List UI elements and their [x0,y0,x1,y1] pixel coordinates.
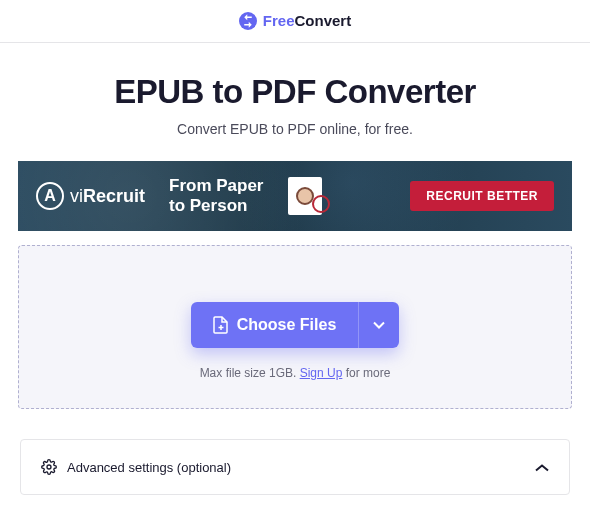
advanced-settings-label: Advanced settings (optional) [67,460,231,475]
ad-banner[interactable]: A viRecruit From Paper to Person RECRUIT… [18,161,572,231]
site-header: FreeConvert [0,0,590,43]
gear-icon [41,459,57,475]
logo-text-free: Free [263,12,295,29]
ad-logo-icon: A [36,182,64,210]
choose-files-dropdown-button[interactable] [358,302,399,348]
file-plus-icon [213,316,229,334]
file-size-hint: Max file size 1GB. Sign Up for more [19,366,571,380]
file-dropzone[interactable]: Choose Files Max file size 1GB. Sign Up … [18,245,572,409]
sign-up-link[interactable]: Sign Up [300,366,343,380]
hint-suffix: for more [342,366,390,380]
page-subtitle: Convert EPUB to PDF online, for free. [18,121,572,137]
choose-files-label: Choose Files [237,316,337,334]
file-button-group: Choose Files [191,302,400,348]
svg-point-0 [47,465,51,469]
main-content: EPUB to PDF Converter Convert EPUB to PD… [0,43,590,495]
advanced-settings-toggle[interactable]: Advanced settings (optional) [20,439,570,495]
ad-photo-icon [288,177,322,215]
ad-slogan-line2: to Person [169,196,263,216]
ad-brand: A viRecruit [36,182,145,210]
advanced-left: Advanced settings (optional) [41,459,231,475]
ad-cta-button[interactable]: RECRUIT BETTER [410,181,554,211]
brand-logo[interactable]: FreeConvert [239,12,351,30]
swap-icon [239,12,257,30]
chevron-up-icon [535,458,549,476]
page-title: EPUB to PDF Converter [18,73,572,111]
ad-slogan: From Paper to Person [169,176,263,217]
ad-slogan-line1: From Paper [169,176,263,196]
logo-text-convert: Convert [295,12,352,29]
ad-brand-recruit: Recruit [83,186,145,206]
chevron-down-icon [373,321,385,329]
ad-logo-text: viRecruit [70,186,145,207]
choose-files-button[interactable]: Choose Files [191,302,359,348]
hint-prefix: Max file size 1GB. [200,366,300,380]
ad-brand-vi: vi [70,186,83,206]
